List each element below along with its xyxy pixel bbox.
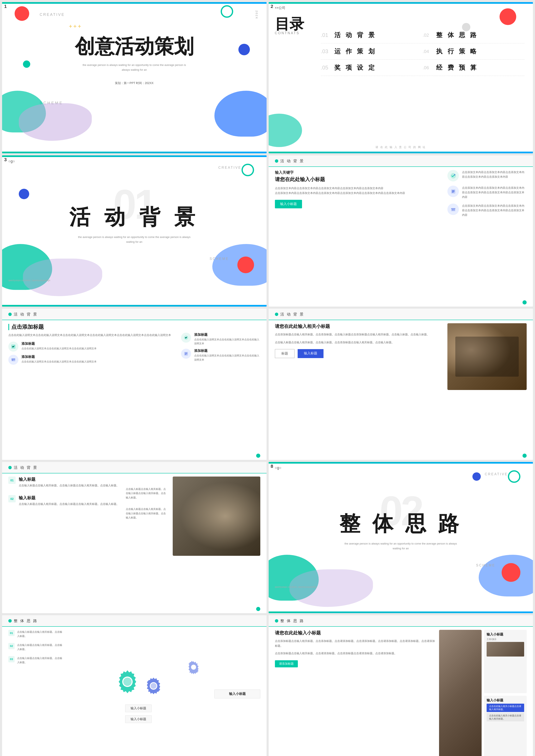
left-col-4: 输入关键字 请您在此处输入小标题 点击添加文本内容点击添加文本内容点击添加文本内… — [275, 170, 441, 300]
section-dot-4 — [275, 159, 278, 163]
num-badge-7-1: 01 — [8, 477, 15, 484]
icon-title-5-3: 添加标题 — [194, 333, 260, 337]
slide-number-8: 8 — [271, 463, 273, 469]
svg-rect-10 — [12, 358, 15, 361]
sub-item-10-1: 输入小标题 工作/演示 — [484, 630, 527, 693]
main-heading-6: 请您在此处输入相关小标题 — [275, 323, 442, 329]
btn-row-6: 标题 输入标题 — [275, 349, 442, 358]
gear-area — [67, 665, 210, 699]
subtitle-3: the average person is always waiting for… — [2, 235, 267, 244]
gear-big — [111, 665, 144, 699]
green-blob-2 — [268, 114, 302, 147]
section-header-5: 活 动 背 景 — [2, 309, 267, 320]
meta-1: 策划：第一PPT 时间：202XX — [2, 81, 267, 85]
section-title-9: 整 体 思 路 — [14, 618, 38, 623]
slide-number-2: 2 — [271, 4, 273, 9]
num-item-9-1: 01 点击输入标题点击输入相关标题。点击输入标题。 — [8, 630, 63, 638]
svg-rect-7 — [452, 210, 453, 210]
slide5-content: 点击添加标题 点击在此输入说明文本点击在此输入说明文本点击在此输入说明文本点击在… — [8, 323, 260, 452]
num-desc-left-7-2: 点击输入标题点击输入相关标题。点击输入标题点击输入相关标题。点击输入标题。 — [19, 502, 119, 506]
num-desc-9-3: 点击输入标题点击输入相关标题。点击输入标题。 — [17, 656, 63, 665]
num-desc-9-2: 点击输入标题点击输入相关标题。点击输入标题。 — [17, 643, 63, 652]
main-heading-5: 点击添加标题 — [11, 323, 44, 330]
blue-circle-8 — [472, 472, 481, 481]
slide-7: 活 动 背 景 01 输入标题 点击输入标题点击输入相关标题。点击输入标题点击输… — [2, 462, 267, 613]
slide9-content: 01 点击输入标题点击输入相关标题。点击输入标题。 02 点击输入标题点击输入相… — [8, 630, 260, 756]
gear-label-2[interactable]: 输入小标题 — [125, 715, 152, 723]
slide-2: 2 ××公司 目录 CONTNATS .01 活 动 背 景 .02 整 体 思… — [268, 2, 533, 153]
section-header-6: 活 动 背 景 — [268, 309, 533, 320]
gear-label-1[interactable]: 输入小标题 — [125, 705, 152, 712]
red-circle-8 — [502, 563, 521, 582]
feature-icon-3 — [447, 204, 459, 215]
sub-heading-4: 请您在此处输入小标题 — [275, 176, 441, 183]
btn-solid-6[interactable]: 输入标题 — [297, 349, 324, 358]
red-circle-decoration — [14, 6, 29, 21]
sub-btn-10-2[interactable]: 点击在此输入相关小标题点击请输入相关标题。 — [487, 713, 524, 721]
num-badge-9-2: 02 — [8, 643, 14, 649]
purple-blob-3 — [23, 259, 102, 296]
photo-6 — [447, 323, 527, 390]
green-dot-5 — [256, 454, 260, 458]
main-title-3: 活 动 背 景 — [2, 203, 267, 232]
photo-laptop-6 — [447, 323, 527, 390]
right-area-5: 添加标题 点击在此输入说明文本点击在此输入说明文本点击在此输入说明文本 添加标题… — [181, 333, 260, 365]
num-desc-9-1: 点击输入标题点击输入相关标题。点击输入标题。 — [17, 630, 63, 638]
svg-rect-3 — [452, 190, 455, 191]
icon-text-5-3: 点击在此输入说明文本点击在此输入说明文本点击在此输入说明文本 — [194, 338, 260, 346]
photo-10-tall — [439, 630, 482, 756]
slide10-content: 请您在此处输入小标题 点击添加标题点击输入相关标题。点击添加标题。点击请添加标题… — [275, 630, 527, 756]
body-text-10a: 点击添加标题点击输入相关标题。点击添加标题。点击请添加标题。点击清添加标题。点击… — [275, 639, 435, 648]
teal-outline-8 — [508, 470, 521, 483]
teal-circle-outline — [221, 5, 233, 18]
slide-number-3: 3 — [4, 157, 7, 162]
left-area-5: 点击在此输入说明文本点击在此输入说明文本点击在此输入说明文本点击在此输入说明文本… — [8, 333, 177, 365]
green-dot-7 — [256, 607, 260, 611]
section-header-7: 活 动 背 景 — [2, 462, 267, 473]
slide-1: 1 CREATIVE +++ 202X 创意活动策划 the average p… — [2, 2, 267, 153]
num-item-9-3: 03 点击输入标题点击输入相关标题。点击输入标题。 — [8, 656, 63, 665]
icon-item-5-4: 添加标题 点击在此输入说明文本点击在此输入说明文本点击在此输入说明文本 — [181, 349, 260, 362]
red-circle-3 — [238, 257, 254, 273]
sub-btn-10-1[interactable]: 点击在此输入相关小标题点击请输入相关标题。 — [487, 704, 524, 712]
content-item-2: .03 运 作 策 划 .04 执 行 策 略 — [321, 43, 525, 60]
green-dot-6 — [522, 454, 527, 458]
icon-item-5-3: 添加标题 点击在此输入说明文本点击在此输入说明文本点击在此输入说明文本 — [181, 333, 260, 346]
section-dot-9 — [8, 619, 12, 623]
logo-3: ○g○ — [8, 159, 15, 163]
gear-small — [185, 659, 202, 676]
content-area-6: 请您在此处输入相关小标题 点击添加标题点击输入相关标题。点击添加标题。点击输入标… — [275, 323, 527, 452]
sub-title-9[interactable]: 输入小标题 — [214, 689, 260, 698]
num-item-7-1: 01 输入标题 点击输入标题点击输入相关标题。点击输入标题点击输入相关标题。点击… — [8, 477, 121, 488]
num-desc-right-7-2: 点击输入标题点击输入相关标题。点击输入标题点击输入相关标题。点击输入标题。 — [126, 507, 167, 520]
section-dot-7 — [8, 466, 12, 469]
teal-btn-4[interactable]: 输入小标题 — [275, 200, 302, 208]
num-desc-right-7-1: 点击输入标题点击输入相关标题。点击输入标题点击输入相关标题。点击输入标题。 — [126, 487, 167, 500]
icon-title-5-1: 添加标题 — [21, 342, 97, 346]
blue-circle-3 — [19, 189, 29, 199]
left-col-9: 01 点击输入标题点击输入相关标题。点击输入标题。 02 点击输入标题点击输入相… — [8, 630, 63, 756]
num-title-7-1: 输入标题 — [19, 477, 119, 482]
feature-text-1: 点击添加文本内容点击添加文本内容点击添加文本内容点击添加文本内容点击添加文本内容 — [462, 170, 527, 179]
center-col-9: 输入小标题 输入小标题 — [67, 630, 210, 756]
purple-blob-1 — [19, 103, 92, 141]
photo-10-sm1 — [487, 642, 524, 657]
num-badge-9-1: 01 — [8, 630, 14, 636]
slide-8: 8 ○g○ CREATIVE 02 整 体 思 路 the average pe… — [268, 462, 533, 613]
feature-text-2: 点击添加文本内容点击添加文本内容点击添加文本内容点击添加文本内容点击添加文本内容… — [462, 185, 527, 199]
top-bar-2 — [268, 2, 533, 4]
red-circle-2 — [499, 8, 516, 25]
photo-meeting-7 — [173, 477, 260, 556]
num-item-9-2: 02 点击输入标题点击输入相关标题。点击输入标题。 — [8, 643, 63, 652]
main-title-8: 整 体 思 路 — [268, 510, 533, 538]
section-title-6: 活 动 背 景 — [280, 312, 304, 317]
body-text-4b: 点击添加文本内容点击添加文本内容点击添加文本内容点击添加文本内容点击添加文本内容… — [275, 191, 441, 195]
teal-btn-10[interactable]: 请添加标题 — [275, 660, 298, 667]
btn-outline-6[interactable]: 标题 — [275, 349, 295, 358]
section-header-9: 整 体 思 路 — [2, 615, 267, 627]
subtitle-8: the average person is always waiting for… — [268, 541, 533, 551]
slide-9: 整 体 思 路 01 点击输入标题点击输入相关标题。点击输入标题。 02 点击输… — [2, 615, 267, 756]
svg-point-17 — [151, 683, 156, 689]
icon-circle-5-1 — [8, 342, 18, 351]
teal-outline-3 — [241, 164, 254, 176]
